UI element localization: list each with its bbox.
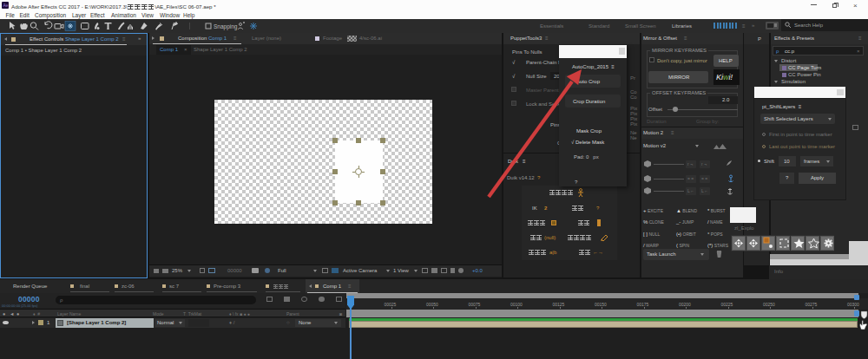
svg-text:Snapping: Snapping — [214, 23, 238, 30]
